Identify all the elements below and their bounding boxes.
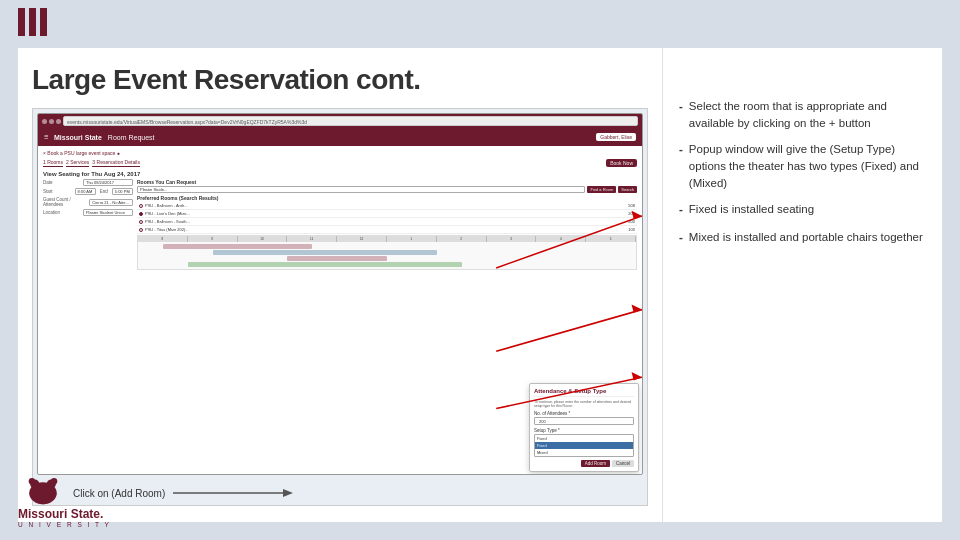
gantt-bar-4 (188, 262, 462, 267)
svg-point-13 (36, 493, 51, 504)
gantt-cell: 1 (387, 236, 437, 242)
room-name-2: PSU - Lion's Den (Mize... (145, 211, 190, 216)
setup-option-fixed-top[interactable]: Fixed (535, 435, 633, 442)
bullet-dash-2: - (679, 141, 683, 158)
logo-area: Missouri State. U N I V E R S I T Y (18, 473, 111, 528)
add-room-btn[interactable]: Add Room (581, 460, 610, 467)
cancel-btn[interactable]: Cancel (612, 460, 634, 467)
main-content: Large Event Reservation cont. events.mis… (18, 48, 942, 522)
app-logo: Missouri State (54, 134, 102, 141)
find-room-btn[interactable]: Find a Room (587, 186, 616, 193)
bullet-1: - Select the room that is appropriate an… (679, 98, 926, 131)
gantt-cell: 2 (437, 236, 487, 242)
step-3[interactable]: 3 Reservation Details (92, 159, 140, 167)
caption-arrow-svg (173, 487, 293, 499)
app-body: × Book a PSU large event space ● 1 Rooms… (38, 146, 642, 277)
browser-url: events.missouristate.edu/VirtualEMS/Brow… (63, 116, 638, 126)
bullet-dash-3: - (679, 201, 683, 218)
gantt-bar-3 (287, 256, 387, 261)
setup-select[interactable]: Fixed Fixed Mixed (534, 434, 634, 457)
section-title: View Seating for Thu Aug 24, 2017 (43, 171, 637, 177)
start-input[interactable]: 8:00 AM (75, 188, 96, 195)
room-radio-1[interactable] (139, 204, 143, 208)
browser-bar: events.missouristate.edu/VirtualEMS/Brow… (38, 114, 642, 128)
accent-bar-3 (40, 8, 47, 36)
bullet-dash-1: - (679, 98, 683, 115)
steps-nav: 1 Rooms 2 Services 3 Reservation Details… (43, 159, 637, 167)
svg-marker-7 (283, 489, 293, 497)
location-input[interactable]: Plaster Student Union (83, 209, 133, 216)
attendees-input[interactable]: 200 (534, 417, 634, 425)
accent-bar-1 (18, 8, 25, 36)
room-cap-1: 508 (628, 203, 635, 208)
gantt-header: 8 9 10 11 12 1 2 3 4 5 (138, 236, 636, 242)
gantt-cell: 10 (238, 236, 288, 242)
room-row-4: PSU - Titus (Mize 202)... 100 (137, 226, 637, 234)
end-label: End (100, 189, 108, 194)
room-radio-2[interactable] (139, 212, 143, 216)
date-label: Date (43, 180, 79, 185)
room-row-3: PSU - Ballroom - South... 200 (137, 218, 637, 226)
svg-point-12 (51, 478, 57, 484)
room-name-4: PSU - Titus (Mize 202)... (145, 227, 189, 232)
left-panel: Large Event Reservation cont. events.mis… (18, 48, 662, 522)
room-row-1: PSU - Ballroom - Anth... 508 (137, 202, 637, 210)
popup-title: Attendance & Setup Type (534, 388, 634, 397)
page-title: Large Event Reservation cont. (32, 64, 648, 96)
logo-university-text: U N I V E R S I T Y (18, 521, 111, 528)
room-name-3: PSU - Ballroom - South... (145, 219, 190, 224)
start-label: Start (43, 189, 71, 194)
user-btn[interactable]: Gabbert, Elise (596, 133, 636, 141)
svg-marker-3 (632, 304, 642, 312)
accent-bars (18, 8, 47, 36)
room-radio-3[interactable] (139, 220, 143, 224)
book-now-btn[interactable]: Book Now (606, 159, 637, 167)
rooms-header: Rooms You Can Request (137, 179, 637, 185)
gantt-cell: 8 (138, 236, 188, 242)
room-radio-4[interactable] (139, 228, 143, 232)
browser-dot (42, 119, 47, 124)
count-row: Guest Count / Attendees Cierra 21 - No A… (43, 197, 133, 207)
bullet-dash-4: - (679, 229, 683, 246)
setup-option-fixed-selected[interactable]: Fixed (535, 442, 633, 449)
date-input[interactable]: Thu 08/24/2017 (83, 179, 133, 186)
attendees-label: No. of Attendees * (534, 411, 634, 416)
room-cap-2: 205 (628, 211, 635, 216)
end-input[interactable]: 5:00 PM (112, 188, 133, 195)
room-row-2: PSU - Lion's Den (Mize... 205 (137, 210, 637, 218)
preferred-rooms-header: Preferred Rooms (Search Results) (137, 195, 637, 201)
setup-label: Setup Type * (534, 428, 634, 433)
svg-marker-5 (632, 372, 642, 380)
gantt-bar-2 (213, 250, 437, 255)
browser-dot (56, 119, 61, 124)
room-cap-3: 200 (628, 219, 635, 224)
logo-missouri-text: Missouri State. (18, 508, 111, 521)
setup-option-mixed[interactable]: Mixed (535, 449, 633, 456)
location-label: Location (43, 210, 79, 215)
attendance-popup: Attendance & Setup Type To continue, ple… (529, 383, 639, 472)
room-search-input[interactable]: Plaster Stude... (137, 186, 585, 193)
bullet-4: - Mixed is installed and portable chairs… (679, 229, 926, 246)
location-row: Location Plaster Student Union (43, 209, 133, 216)
popup-buttons: Add Room Cancel (534, 460, 634, 467)
bear-logo-icon (18, 473, 68, 508)
gantt-cell: 5 (586, 236, 636, 242)
gantt-cell: 3 (487, 236, 537, 242)
room-search-row: Plaster Stude... Find a Room Search (137, 186, 637, 193)
accent-bar-2 (29, 8, 36, 36)
right-panel: - Select the room that is appropriate an… (662, 48, 942, 522)
app-nav: Room Request (108, 134, 155, 141)
bullet-3: - Fixed is installed seating (679, 201, 926, 218)
date-row: Date Thu 08/24/2017 (43, 179, 133, 186)
gantt-cell: 11 (287, 236, 337, 242)
step-2[interactable]: 2 Services (66, 159, 89, 167)
count-input[interactable]: Cierra 21 - No Atte... (89, 199, 133, 206)
step-1[interactable]: 1 Rooms (43, 159, 63, 167)
bullet-text-2: Popup window will give the (Setup Type) … (689, 141, 926, 191)
app-header: ☰ Missouri State Room Request Gabbert, E… (38, 128, 642, 146)
room-name-1: PSU - Ballroom - Anth... (145, 203, 187, 208)
screenshot-area: events.missouristate.edu/VirtualEMS/Brow… (32, 108, 648, 506)
search-btn[interactable]: Search (618, 186, 637, 193)
gantt-cell: 9 (188, 236, 238, 242)
bullet-text-3: Fixed is installed seating (689, 201, 814, 218)
